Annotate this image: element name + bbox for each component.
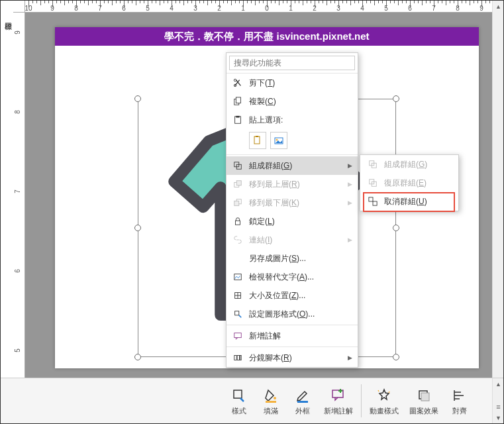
menu-label: 移到最上層(R) <box>249 179 300 190</box>
svg-rect-16 <box>236 221 240 225</box>
size-icon <box>232 290 244 301</box>
effect-icon <box>415 386 433 405</box>
menu-new-comment[interactable]: 新增註解 <box>227 327 358 345</box>
menu-copy[interactable]: 複製(C) <box>227 92 358 111</box>
tb-label: 動畫樣式 <box>370 406 399 416</box>
group-icon <box>367 159 379 170</box>
svg-rect-35 <box>421 393 429 401</box>
tb-fill[interactable]: 填滿 <box>255 381 287 421</box>
resize-handle[interactable] <box>134 225 141 231</box>
svg-rect-22 <box>237 356 240 360</box>
bring-front-icon <box>232 179 244 189</box>
svg-rect-32 <box>297 401 308 403</box>
menu-label: 組成群組(G) <box>249 160 292 172</box>
svg-rect-6 <box>254 136 260 144</box>
tb-animation[interactable]: 動畫樣式 <box>364 381 404 421</box>
menu-send-back[interactable]: 移到最下層(K) ▶ <box>227 193 358 212</box>
comment-icon <box>329 386 348 405</box>
banner-text: 學不完．教不停．用不盡 isvincent.pixnet.net <box>55 27 479 46</box>
svg-rect-21 <box>234 356 237 360</box>
mini-toolbar: 樣式 填滿 外框 新增註解 動畫樣式 圖案效果 對齊 <box>1 378 503 423</box>
menu-paste-label: 貼上選項: <box>227 111 358 129</box>
menu-bring-front[interactable]: 移到最上層(R) ▶ <box>227 175 358 193</box>
svg-rect-17 <box>234 274 242 280</box>
menu-group[interactable]: 組成群組(G) ▶ <box>227 156 358 175</box>
submenu-arrow-icon: ▶ <box>348 181 352 187</box>
menu-label: 分鏡腳本(R) <box>249 352 292 364</box>
comment-icon <box>232 331 244 341</box>
svg-rect-29 <box>373 201 377 205</box>
svg-rect-19 <box>235 311 239 315</box>
menu-label: 剪下(T) <box>249 78 275 89</box>
group-submenu: 組成群組(G) 復原群組(E) 取消群組(U) <box>360 154 459 211</box>
menu-label: 檢視替代文字(A)... <box>249 272 314 283</box>
submenu-regroup[interactable]: 復原群組(E) <box>360 174 458 192</box>
nav-up-icon[interactable]: ▲ <box>493 378 504 390</box>
nav-scroll[interactable]: ▲ ≡ ▼ <box>492 378 503 423</box>
paste-icon <box>232 115 244 125</box>
menu-alt-text[interactable]: 檢視替代文字(A)... <box>227 268 358 286</box>
ruler-horizontal: 109876543210123456789 <box>25 1 492 13</box>
svg-rect-13 <box>236 181 241 186</box>
menu-label: 設定圖形格式(O)... <box>249 309 315 320</box>
resize-handle[interactable] <box>134 95 141 102</box>
tb-align[interactable]: 對齊 <box>444 381 476 421</box>
resize-handle[interactable] <box>393 225 399 231</box>
alt-text-icon <box>232 272 244 282</box>
menu-search[interactable] <box>227 53 358 74</box>
tb-comment[interactable]: 新增註解 <box>319 381 358 421</box>
tb-label: 對齊 <box>452 406 467 416</box>
ruler-vertical: 98765 <box>13 13 25 378</box>
nav-menu-icon[interactable]: ≡ <box>493 401 504 412</box>
svg-point-9 <box>276 139 278 141</box>
tb-label: 填滿 <box>264 406 278 416</box>
align-icon <box>450 386 469 405</box>
resize-handle[interactable] <box>393 354 399 360</box>
tb-outline[interactable]: 外框 <box>287 381 319 421</box>
paste-option-2[interactable] <box>270 132 287 149</box>
menu-link[interactable]: 連結(I) ▶ <box>227 231 358 249</box>
resize-handle[interactable] <box>393 95 399 102</box>
menu-save-picture[interactable]: 另存成圖片(S)... <box>227 249 358 268</box>
menu-size-position[interactable]: 大小及位置(Z)... <box>227 286 358 305</box>
tb-effect[interactable]: 圖案效果 <box>404 381 444 421</box>
group-icon <box>232 160 244 171</box>
scroll-up-icon[interactable]: ▲ <box>493 1 504 12</box>
context-menu: 剪下(T) 複製(C) 貼上選項: 組成群組(G) ▶ 移到最上層(R) ▶ 移… <box>226 52 358 368</box>
menu-storyboard[interactable]: 分鏡腳本(R) ▶ <box>227 348 358 367</box>
storyboard-icon <box>232 352 244 363</box>
menu-cut[interactable]: 剪下(T) <box>227 74 358 92</box>
submenu-ungroup[interactable]: 取消群組(U) <box>360 192 458 211</box>
menu-label: 復原群組(E) <box>384 178 427 189</box>
nav-down-icon[interactable]: ▼ <box>493 412 504 423</box>
send-back-icon <box>232 197 244 208</box>
lock-icon <box>232 216 244 227</box>
link-icon <box>232 235 244 245</box>
svg-rect-20 <box>234 333 242 338</box>
format-icon <box>232 309 244 319</box>
svg-rect-28 <box>369 197 373 201</box>
ungroup-icon <box>367 196 379 207</box>
tb-style[interactable]: 樣式 <box>223 381 255 421</box>
svg-rect-15 <box>234 201 239 205</box>
menu-lock[interactable]: 鎖定(L) <box>227 212 358 231</box>
paste-options <box>227 129 358 153</box>
submenu-arrow-icon: ▶ <box>348 199 352 206</box>
search-input[interactable] <box>229 56 355 70</box>
resize-handle[interactable] <box>134 354 141 360</box>
menu-format-shape[interactable]: 設定圖形格式(O)... <box>227 305 358 323</box>
svg-rect-3 <box>236 97 240 103</box>
submenu-group[interactable]: 組成群組(G) <box>360 155 458 174</box>
animation-icon <box>375 386 393 405</box>
menu-label: 連結(I) <box>249 235 272 246</box>
vertical-label: 圖標 <box>1 15 13 17</box>
submenu-arrow-icon: ▶ <box>348 237 352 243</box>
svg-rect-31 <box>266 401 276 403</box>
scrollbar-vertical[interactable]: ▲ <box>492 1 503 378</box>
svg-rect-5 <box>236 116 239 118</box>
menu-label: 鎖定(L) <box>249 216 275 227</box>
svg-rect-7 <box>256 136 258 137</box>
menu-label: 組成群組(G) <box>384 159 427 170</box>
paste-option-1[interactable] <box>249 132 266 149</box>
submenu-arrow-icon: ▶ <box>348 354 352 361</box>
